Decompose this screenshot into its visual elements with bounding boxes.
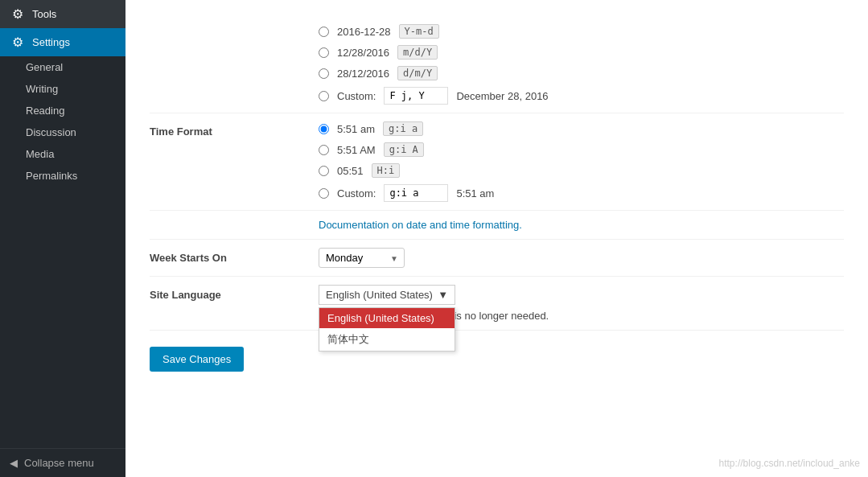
date-badge-ymd: Y-m-d — [399, 24, 439, 39]
date-custom-input[interactable] — [384, 87, 448, 105]
date-display-dmy: 28/12/2016 — [337, 68, 389, 80]
time-format-option-2: 5:51 AM g:i A — [319, 142, 836, 157]
time-custom-preview: 5:51 am — [456, 187, 494, 199]
date-format-option-1: 2016-12-28 Y-m-d — [319, 24, 836, 39]
time-custom-label: Custom: — [337, 187, 376, 199]
doc-link-cell: Documentation on date and time formattin… — [311, 211, 844, 240]
site-language-row: Site Language English (United States) ▼ — [150, 277, 844, 331]
settings-content-area: 2016-12-28 Y-m-d 12/28/2016 m/d/Y 28/12/… — [125, 0, 868, 477]
reading-label: Reading — [26, 105, 64, 117]
sidebar-item-permalinks[interactable]: Permalinks — [0, 165, 125, 187]
main-content: 2016-12-28 Y-m-d 12/28/2016 m/d/Y 28/12/… — [125, 0, 868, 477]
date-format-radio-mdy[interactable] — [319, 47, 329, 58]
date-format-radio-group: 2016-12-28 Y-m-d 12/28/2016 m/d/Y 28/12/… — [319, 24, 836, 105]
sidebar-item-writing[interactable]: Writing — [0, 78, 125, 100]
sidebar-item-discussion[interactable]: Discussion — [0, 121, 125, 143]
language-selected-value: English (United States) — [326, 289, 433, 301]
doc-link[interactable]: Documentation on date and time formattin… — [319, 219, 522, 231]
collapse-menu-label: Collapse menu — [24, 457, 94, 469]
week-starts-select[interactable]: Sunday Monday Tuesday Wednesday Thursday… — [319, 248, 405, 268]
date-format-radio-ymd[interactable] — [319, 27, 329, 37]
language-option-english[interactable]: English (United States) — [319, 308, 455, 328]
language-select-row: English (United States) ▼ — [319, 285, 836, 305]
discussion-label: Discussion — [26, 126, 76, 138]
date-format-option-custom: Custom: December 28, 2016 — [319, 87, 836, 105]
date-format-radio-custom[interactable] — [319, 91, 329, 101]
site-language-dropdown-wrapper: English (United States) ▼ English (Unite… — [319, 285, 836, 305]
week-starts-select-wrapper: Sunday Monday Tuesday Wednesday Thursday… — [319, 248, 405, 268]
time-format-option-1: 5:51 am g:i a — [319, 121, 836, 136]
sidebar-settings-label: Settings — [32, 36, 70, 48]
date-badge-dmy: d/m/Y — [397, 66, 438, 80]
language-dropdown-arrow-icon: ▼ — [438, 289, 448, 301]
doc-link-spacer — [150, 211, 311, 240]
date-badge-mdy: m/d/Y — [397, 45, 438, 60]
language-dropdown-list: English (United States) 简体中文 — [319, 307, 455, 352]
time-custom-input[interactable] — [384, 184, 448, 202]
sidebar-item-tools[interactable]: ⚙ Tools — [0, 0, 125, 28]
settings-icon: ⚙ — [10, 35, 26, 50]
time-format-option-3: 05:51 H:i — [319, 163, 836, 178]
time-format-label: Time Format — [150, 113, 311, 211]
date-format-option-2: 12/28/2016 m/d/Y — [319, 45, 836, 60]
permalinks-label: Permalinks — [26, 170, 77, 182]
sidebar-item-settings[interactable]: ⚙ Settings — [0, 28, 125, 56]
date-custom-preview: December 28, 2016 — [456, 90, 548, 102]
date-display-mdy: 12/28/2016 — [337, 47, 389, 59]
time-display-lowercase-am: 5:51 am — [337, 123, 375, 135]
settings-table: 2016-12-28 Y-m-d 12/28/2016 m/d/Y 28/12/… — [150, 16, 844, 331]
time-format-radio-uppercase-am[interactable] — [319, 145, 329, 155]
language-select-display[interactable]: English (United States) ▼ — [319, 285, 455, 305]
sidebar-item-general[interactable]: General — [0, 56, 125, 78]
sidebar: ⚙ Tools ⚙ Settings General Writing Readi… — [0, 0, 125, 477]
date-format-label — [150, 16, 311, 113]
collapse-menu-button[interactable]: ◀ Collapse menu — [0, 448, 125, 477]
time-format-row: Time Format 5:51 am g:i a 5:51 AM — [150, 113, 844, 211]
week-starts-cell: Sunday Monday Tuesday Wednesday Thursday… — [311, 240, 844, 277]
time-badge-24h: H:i — [372, 163, 401, 178]
time-format-radio-lowercase-am[interactable] — [319, 124, 329, 134]
language-row: English (United States) ▼ English (Unite… — [319, 285, 836, 322]
site-language-label: Site Language — [150, 277, 311, 331]
time-display-uppercase-am: 5:51 AM — [337, 144, 376, 156]
time-display-24h: 05:51 — [337, 165, 364, 177]
sidebar-tools-label: Tools — [32, 8, 56, 20]
date-format-options: 2016-12-28 Y-m-d 12/28/2016 m/d/Y 28/12/… — [311, 16, 844, 113]
date-format-option-3: 28/12/2016 d/m/Y — [319, 66, 836, 80]
writing-label: Writing — [26, 83, 58, 95]
time-format-radio-24h[interactable] — [319, 166, 329, 176]
sidebar-item-reading[interactable]: Reading — [0, 100, 125, 121]
date-display-ymd: 2016-12-28 — [337, 26, 391, 38]
time-format-radio-custom[interactable] — [319, 188, 329, 199]
date-format-row: 2016-12-28 Y-m-d 12/28/2016 m/d/Y 28/12/… — [150, 16, 844, 113]
site-language-cell: English (United States) ▼ English (Unite… — [311, 277, 844, 331]
media-label: Media — [26, 148, 54, 160]
collapse-icon: ◀ — [10, 457, 18, 469]
time-badge-uppercase-am: g:i A — [384, 142, 424, 157]
general-label: General — [26, 61, 63, 73]
language-option-chinese[interactable]: 简体中文 — [319, 328, 455, 351]
time-badge-lowercase-am: g:i a — [383, 121, 423, 136]
time-format-radio-group: 5:51 am g:i a 5:51 AM g:i A 05:51 — [319, 121, 836, 202]
time-format-options: 5:51 am g:i a 5:51 AM g:i A 05:51 — [311, 113, 844, 211]
tools-icon: ⚙ — [10, 6, 26, 22]
save-changes-button[interactable]: Save Changes — [150, 347, 244, 372]
sidebar-item-media[interactable]: Media — [0, 143, 125, 165]
time-format-option-custom: Custom: 5:51 am — [319, 184, 836, 202]
week-starts-label: Week Starts On — [150, 240, 311, 277]
date-format-radio-dmy[interactable] — [319, 68, 329, 79]
date-custom-label: Custom: — [337, 90, 376, 102]
doc-link-row: Documentation on date and time formattin… — [150, 211, 844, 240]
week-starts-row: Week Starts On Sunday Monday Tuesday Wed… — [150, 240, 844, 277]
